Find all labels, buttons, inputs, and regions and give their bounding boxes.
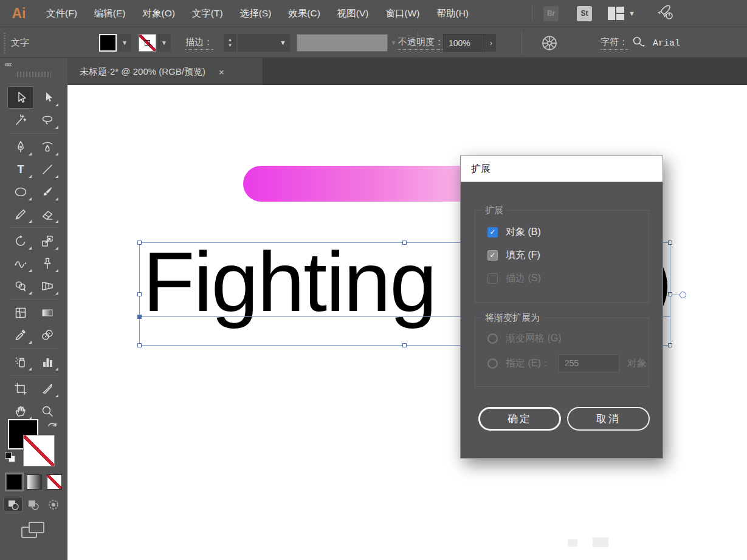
draw-behind-button[interactable] [24, 497, 43, 512]
menu-item-select[interactable]: 选择(S) [240, 7, 272, 20]
stock-icon[interactable]: St [577, 6, 592, 21]
tool-rotate[interactable] [7, 230, 34, 252]
checkbox-icon[interactable]: ✓ [487, 250, 498, 261]
stroke-weight-label[interactable]: 描边： [185, 36, 213, 50]
tool-lasso[interactable] [34, 109, 61, 131]
tool-gradient[interactable] [34, 301, 61, 324]
toolbar-grip[interactable] [17, 72, 51, 77]
ok-button[interactable]: 确定 [478, 407, 561, 431]
character-label[interactable]: 字符： [601, 36, 628, 50]
swap-fill-stroke-icon[interactable] [46, 418, 60, 434]
panel-grip[interactable] [4, 33, 5, 53]
selection-handle-bottom-right[interactable] [668, 343, 672, 347]
selection-handle-top-right[interactable] [668, 241, 672, 245]
dialog-titlebar[interactable]: 扩展 [461, 156, 663, 182]
stroke-color-control[interactable] [23, 435, 55, 466]
app-logo: Ai [5, 5, 33, 22]
tool-column-graph[interactable] [34, 350, 61, 373]
none-slash-icon [47, 475, 61, 489]
option-label: 描边 (S) [506, 272, 541, 285]
tool-eyedropper[interactable] [7, 324, 34, 346]
chevron-down-icon: ▼ [628, 10, 635, 17]
tool-perspective-grid[interactable] [34, 275, 61, 297]
none-paint-button[interactable] [47, 474, 62, 490]
stroke-color-swatch[interactable] [139, 34, 156, 52]
variable-width-profile-select[interactable] [297, 34, 388, 52]
selection-handle-top-left[interactable] [137, 241, 142, 245]
tool-pen[interactable] [7, 135, 34, 158]
tool-direct-selection[interactable] [34, 86, 61, 109]
tool-width[interactable] [7, 252, 34, 275]
tool-magic-wand[interactable] [7, 109, 34, 131]
menu-item-edit[interactable]: 编辑(E) [94, 7, 126, 20]
menu-item-view[interactable]: 视图(V) [337, 7, 369, 20]
tool-ellipse[interactable] [7, 180, 34, 203]
tool-shaper[interactable] [7, 203, 34, 225]
tool-paintbrush[interactable] [34, 180, 61, 203]
menu-item-object[interactable]: 对象(O) [142, 7, 174, 20]
menu-item-help[interactable]: 帮助(H) [436, 7, 469, 20]
artwork-text[interactable]: Fighting [143, 239, 436, 324]
fill-color-swatch[interactable] [99, 34, 117, 52]
opacity-more-button[interactable]: › [486, 34, 496, 52]
selection-handle-mid-right[interactable] [668, 292, 672, 296]
document-tab-title: 未标题-2* @ 200% (RGB/预览) [80, 66, 205, 78]
pink-gradient-bar-artwork[interactable] [243, 166, 481, 202]
menu-item-type[interactable]: 文字(T) [192, 7, 223, 20]
font-search-box[interactable]: Arial [632, 36, 680, 50]
bridge-icon[interactable]: Br [543, 6, 559, 21]
selection-handle-mid-left[interactable] [137, 292, 142, 296]
draw-normal-button[interactable] [4, 497, 22, 512]
stroke-weight-select[interactable]: ▼ [238, 34, 290, 52]
stroke-color-dropdown[interactable]: ▼ [157, 34, 171, 52]
color-paint-button[interactable] [7, 474, 22, 490]
shaper-icon [13, 207, 28, 222]
menu-item-effect[interactable]: 效果(C) [288, 7, 320, 20]
tool-blend[interactable] [34, 324, 61, 346]
tool-slice[interactable] [34, 377, 61, 400]
gradient-paint-button[interactable] [27, 474, 42, 490]
selection-handle-baseline[interactable] [137, 315, 142, 319]
cancel-button[interactable]: 取消 [567, 407, 650, 431]
tool-selection[interactable] [7, 86, 34, 109]
selection-handle-bottom-mid[interactable] [402, 343, 407, 347]
checkbox-icon[interactable]: ✓ [487, 227, 498, 237]
document-tab[interactable]: 未标题-2* @ 200% (RGB/预览) × [67, 58, 263, 85]
divider [522, 32, 522, 54]
stroke-weight-stepper[interactable]: ▲▼ [224, 34, 236, 52]
tool-type[interactable]: T [7, 158, 34, 180]
gradient-group-label: 将渐变扩展为 [481, 312, 543, 324]
font-name-value[interactable]: Arial [653, 38, 680, 49]
gpu-performance-icon[interactable] [656, 4, 674, 23]
selection-handle-bottom-left[interactable] [137, 343, 142, 347]
draw-inside-button[interactable] [44, 497, 63, 512]
opacity-label[interactable]: 不透明度： [398, 36, 444, 50]
tool-symbol-sprayer[interactable] [7, 350, 34, 373]
collapse-panels-icon[interactable]: «« [4, 60, 10, 69]
rotate-handle[interactable] [680, 292, 686, 298]
color-wheel-icon[interactable] [542, 35, 557, 53]
tool-artboard[interactable] [7, 377, 34, 400]
toolbar-header: «« [0, 58, 67, 85]
tool-mesh[interactable] [7, 301, 34, 324]
tool-shape-builder[interactable] [7, 275, 34, 297]
menu-item-window[interactable]: 窗口(W) [386, 7, 420, 20]
tab-close-icon[interactable]: × [219, 67, 224, 77]
tool-puppet-warp[interactable] [34, 252, 61, 275]
menu-bar: Ai 文件(F)编辑(E)对象(O)文字(T)选择(S)效果(C)视图(V)窗口… [0, 0, 747, 27]
default-fill-stroke-icon[interactable] [5, 452, 16, 463]
blend-icon [40, 328, 55, 343]
workspace-switcher[interactable]: ▼ [608, 7, 635, 20]
checkbox-icon [487, 273, 498, 284]
screen-mode-icon[interactable] [19, 520, 46, 543]
menu-item-file[interactable]: 文件(F) [46, 7, 77, 20]
expand-option-row[interactable]: ✓对象 (B) [487, 225, 541, 239]
tool-eraser[interactable] [34, 203, 61, 225]
selection-handle-top-mid[interactable] [402, 241, 407, 245]
tool-line-segment[interactable] [34, 158, 61, 180]
tool-scale[interactable] [34, 230, 61, 252]
expand-option-row[interactable]: ✓填充 (F) [487, 248, 540, 262]
tool-curvature[interactable] [34, 135, 61, 158]
opacity-value-field[interactable]: 100% [443, 34, 486, 52]
fill-color-dropdown[interactable]: ▼ [118, 34, 131, 52]
